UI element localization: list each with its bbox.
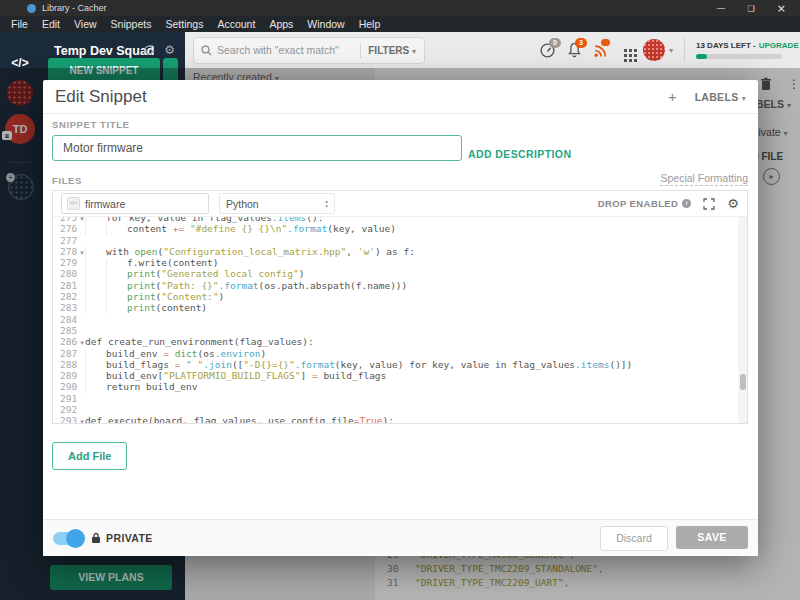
code-line: 282print("Content:"): [53, 291, 738, 302]
chevron-down-icon: ▾: [669, 46, 673, 55]
file-name-input[interactable]: </> firmware: [61, 193, 209, 214]
menu-file[interactable]: File: [4, 18, 35, 30]
code-line: 278with open("Configuration_local_matrix…: [53, 246, 738, 257]
window-titlebar: Library - Cacher — ❑ ×: [0, 0, 800, 16]
team-title: Temp Dev Squad: [54, 44, 154, 58]
maximize-icon[interactable]: ❑: [748, 4, 755, 13]
code-line: 277: [53, 235, 738, 246]
notifications-bell-icon[interactable]: 3: [567, 42, 582, 58]
fold-toggle-icon[interactable]: [77, 246, 84, 257]
modal-footer: PRIVATE Discard SAVE: [43, 519, 758, 556]
search-placeholder: Search with "exact match": [217, 44, 353, 56]
code-line: 276content += "#define {} {}\n".format(k…: [53, 223, 738, 234]
upgrade-link[interactable]: UPGRADE: [759, 41, 799, 50]
language-select[interactable]: Python ▴▾: [219, 193, 335, 214]
drop-enabled-indicator: DROP ENABLED i: [598, 198, 692, 209]
files-label: FILES: [52, 175, 82, 186]
trial-status: 13 DAYS LEFT - UPGRADE i: [696, 41, 788, 59]
select-stepper-icon: ▴▾: [325, 199, 328, 208]
trial-days-left: 13 DAYS LEFT -: [696, 41, 756, 50]
code-line: 280print("Generated local config"): [53, 268, 738, 279]
code-line: 292: [53, 404, 738, 415]
window-title: Library - Cacher: [42, 3, 107, 13]
fold-toggle-icon[interactable]: [77, 415, 84, 423]
code-line: 290return build_env: [53, 381, 738, 392]
add-description-link[interactable]: ADD DESCRIPTION: [468, 148, 571, 160]
code-line: 287build_env = dict(os.environ): [53, 348, 738, 359]
trial-progress-bar: [696, 54, 782, 59]
code-line: 279f.write(content): [53, 257, 738, 268]
scrollbar-thumb[interactable]: [740, 374, 746, 390]
code-line: 285: [53, 325, 738, 336]
fold-toggle-icon[interactable]: [77, 217, 84, 223]
menu-settings[interactable]: Settings: [158, 18, 210, 30]
modal-title: Edit Snippet: [55, 87, 147, 107]
file-panel-header: </> firmware Python ▴▾ DROP ENABLED i: [53, 191, 747, 217]
file-icon: </>: [67, 197, 80, 210]
menubar: File Edit View Snippets Settings Account…: [0, 16, 800, 32]
add-file-button[interactable]: Add File: [52, 442, 127, 470]
close-icon[interactable]: ×: [777, 2, 786, 15]
code-line: 284: [53, 314, 738, 325]
account-menu[interactable]: ▾: [643, 39, 673, 61]
file-panel: </> firmware Python ▴▾ DROP ENABLED i: [52, 190, 748, 424]
minimize-icon[interactable]: —: [717, 3, 726, 13]
drop-info-icon[interactable]: i: [682, 199, 691, 208]
private-toggle[interactable]: [53, 532, 83, 545]
code-line: 288build_flags = " ".join(["-D{}={}".for…: [53, 359, 738, 370]
content-header: Search with "exact match" FILTERS ▾ 0 3: [185, 32, 800, 68]
menu-apps[interactable]: Apps: [262, 18, 300, 30]
code-line: 281print("Path: {}".format(os.path.abspa…: [53, 280, 738, 291]
menu-snippets[interactable]: Snippets: [104, 18, 159, 30]
app-icon: [27, 4, 36, 13]
code-line: 283print(content): [53, 302, 738, 313]
menu-account[interactable]: Account: [210, 18, 262, 30]
usage-count-badge: 0: [549, 38, 561, 48]
apps-grid-icon[interactable]: [624, 49, 627, 52]
filters-dropdown[interactable]: FILTERS ▾: [368, 45, 416, 56]
cacher-app-window: Library - Cacher — ❑ × File Edit View Sn…: [0, 0, 800, 600]
menu-window[interactable]: Window: [300, 18, 351, 30]
special-formatting-link[interactable]: Special Formatting: [660, 172, 748, 186]
feed-rss-icon[interactable]: [593, 43, 608, 58]
fullscreen-icon[interactable]: [703, 198, 715, 210]
modal-header: Edit Snippet + LABELS ▾: [43, 80, 758, 114]
lock-icon: [91, 532, 101, 544]
modal-body: SNIPPET TITLE Motor firmware ADD DESCRIP…: [43, 114, 758, 519]
code-line: 286def create_run_environment(flag_value…: [53, 336, 738, 347]
labels-dropdown[interactable]: LABELS ▾: [695, 91, 746, 103]
menu-help[interactable]: Help: [352, 18, 388, 30]
usage-gauge-icon[interactable]: 0: [539, 42, 556, 59]
private-label: PRIVATE: [106, 532, 153, 544]
code-lines: 275for key, value in flag_values.items()…: [53, 217, 738, 423]
code-line: 289build_env["PLATFORMIO_BUILD_FLAGS"] =…: [53, 370, 738, 381]
code-editor[interactable]: 275for key, value in flag_values.items()…: [53, 217, 738, 423]
refresh-icon[interactable]: [143, 44, 155, 56]
add-label-icon[interactable]: +: [668, 88, 677, 105]
gear-icon[interactable]: ⚙: [164, 43, 175, 57]
search-icon: [201, 45, 212, 56]
search-input[interactable]: Search with "exact match" FILTERS ▾: [193, 37, 425, 64]
editor-settings-gear-icon[interactable]: ⚙: [727, 196, 739, 211]
notification-count-badge: 3: [575, 38, 587, 48]
snippet-title-input[interactable]: Motor firmware: [52, 135, 462, 161]
code-line: 293def execute(board, flag_values, use_c…: [53, 415, 738, 423]
edit-snippet-modal: Edit Snippet + LABELS ▾ SNIPPET TITLE Mo…: [43, 80, 758, 556]
menu-edit[interactable]: Edit: [35, 18, 67, 30]
user-avatar: [643, 39, 665, 61]
menu-view[interactable]: View: [67, 18, 104, 30]
editor-scrollbar[interactable]: [738, 217, 747, 423]
code-line: 291: [53, 393, 738, 404]
discard-button[interactable]: Discard: [600, 526, 668, 551]
feed-dot-badge: [601, 39, 610, 46]
save-button[interactable]: SAVE: [676, 526, 748, 549]
fold-toggle-icon[interactable]: [77, 336, 84, 347]
snippet-title-label: SNIPPET TITLE: [52, 119, 748, 130]
